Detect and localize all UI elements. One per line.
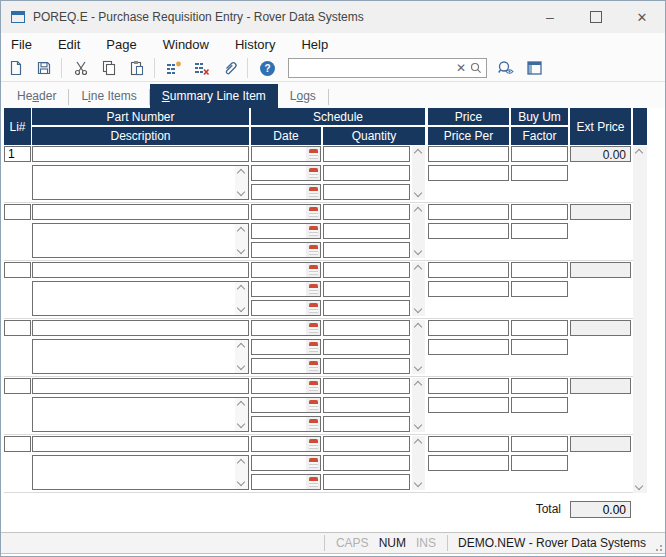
scroll-up-icon[interactable]: [414, 265, 422, 273]
new-document-icon[interactable]: [3, 56, 29, 80]
schedule-scrollbar[interactable]: [412, 146, 425, 200]
quantity-input[interactable]: [323, 262, 410, 278]
calendar-icon[interactable]: [306, 321, 320, 335]
quantity-input[interactable]: [323, 223, 410, 239]
description-scrollbar[interactable]: [235, 282, 248, 315]
quantity-input[interactable]: [323, 358, 410, 374]
quantity-input[interactable]: [323, 397, 410, 413]
date-input[interactable]: [252, 359, 304, 373]
scroll-down-icon[interactable]: [414, 189, 422, 197]
description-input[interactable]: [33, 166, 237, 199]
calendar-icon[interactable]: [306, 166, 320, 180]
quantity-input[interactable]: [323, 146, 410, 162]
calendar-icon[interactable]: [306, 456, 320, 470]
tab-line-items[interactable]: Line Items: [69, 84, 148, 108]
menu-page[interactable]: Page: [106, 35, 148, 54]
calendar-icon[interactable]: [306, 263, 320, 277]
factor-input[interactable]: [511, 165, 568, 181]
scroll-down-icon[interactable]: [237, 304, 245, 312]
scroll-up-icon[interactable]: [237, 285, 245, 293]
price-input[interactable]: [428, 378, 509, 394]
scroll-up-icon[interactable]: [237, 459, 245, 467]
quantity-input[interactable]: [323, 378, 410, 394]
scroll-down-icon[interactable]: [414, 305, 422, 313]
menu-history[interactable]: History: [235, 35, 287, 54]
scroll-down-icon[interactable]: [635, 482, 643, 490]
scroll-up-icon[interactable]: [635, 149, 643, 157]
price-per-input[interactable]: [428, 397, 509, 413]
date-input[interactable]: [252, 282, 304, 296]
menu-help[interactable]: Help: [301, 35, 340, 54]
calendar-icon[interactable]: [306, 301, 320, 315]
description-input[interactable]: [33, 224, 237, 257]
save-icon[interactable]: [31, 56, 57, 80]
date-input[interactable]: [252, 224, 304, 238]
copy-icon[interactable]: [96, 56, 122, 80]
part-number-input[interactable]: [32, 436, 249, 452]
scroll-down-icon[interactable]: [237, 420, 245, 428]
description-scrollbar[interactable]: [235, 340, 248, 373]
price-per-input[interactable]: [428, 223, 509, 239]
description-input[interactable]: [33, 456, 237, 489]
date-input[interactable]: [252, 379, 304, 393]
date-input[interactable]: [252, 340, 304, 354]
schedule-scrollbar[interactable]: [412, 320, 425, 374]
calendar-icon[interactable]: [306, 379, 320, 393]
description-scrollbar[interactable]: [235, 456, 248, 489]
paste-icon[interactable]: [124, 56, 150, 80]
scroll-up-icon[interactable]: [237, 227, 245, 235]
scroll-down-icon[interactable]: [237, 362, 245, 370]
calendar-icon[interactable]: [306, 475, 320, 489]
quantity-input[interactable]: [323, 204, 410, 220]
scroll-down-icon[interactable]: [414, 363, 422, 371]
preview-icon[interactable]: [493, 56, 519, 80]
quantity-input[interactable]: [323, 320, 410, 336]
quantity-input[interactable]: [323, 165, 410, 181]
line-number-input[interactable]: [4, 378, 31, 394]
search-input[interactable]: [289, 60, 453, 76]
price-per-input[interactable]: [428, 281, 509, 297]
scroll-up-icon[interactable]: [237, 401, 245, 409]
scroll-up-icon[interactable]: [237, 343, 245, 351]
scroll-up-icon[interactable]: [414, 323, 422, 331]
attach-icon[interactable]: [217, 56, 243, 80]
calendar-icon[interactable]: [306, 282, 320, 296]
menu-file[interactable]: File: [11, 35, 44, 54]
line-number-input[interactable]: [4, 204, 31, 220]
date-input[interactable]: [252, 205, 304, 219]
quantity-input[interactable]: [323, 300, 410, 316]
price-per-input[interactable]: [428, 165, 509, 181]
date-input[interactable]: [252, 437, 304, 451]
quantity-input[interactable]: [323, 242, 410, 258]
date-input[interactable]: [252, 456, 304, 470]
date-input[interactable]: [252, 166, 304, 180]
calendar-icon[interactable]: [306, 398, 320, 412]
minimize-icon[interactable]: [527, 1, 573, 33]
date-input[interactable]: [252, 185, 304, 199]
line-number-input[interactable]: [4, 262, 31, 278]
buy-um-input[interactable]: [511, 146, 568, 162]
scroll-down-icon[interactable]: [414, 479, 422, 487]
date-input[interactable]: [252, 147, 304, 161]
search-icon[interactable]: [469, 61, 483, 75]
description-scrollbar[interactable]: [235, 166, 248, 199]
description-input[interactable]: [33, 282, 237, 315]
date-input[interactable]: [252, 398, 304, 412]
part-number-input[interactable]: [32, 146, 249, 162]
price-input[interactable]: [428, 262, 509, 278]
factor-input[interactable]: [511, 397, 568, 413]
schedule-scrollbar[interactable]: [412, 204, 425, 258]
calendar-icon[interactable]: [306, 243, 320, 257]
quantity-input[interactable]: [323, 281, 410, 297]
date-input[interactable]: [252, 475, 304, 489]
scroll-up-icon[interactable]: [414, 439, 422, 447]
tab-logs[interactable]: Logs: [278, 84, 328, 108]
layout-view-icon[interactable]: [521, 56, 547, 80]
buy-um-input[interactable]: [511, 378, 568, 394]
price-per-input[interactable]: [428, 339, 509, 355]
quantity-input[interactable]: [323, 474, 410, 490]
part-number-input[interactable]: [32, 320, 249, 336]
line-number-input[interactable]: [4, 146, 31, 162]
price-input[interactable]: [428, 320, 509, 336]
quantity-input[interactable]: [323, 416, 410, 432]
